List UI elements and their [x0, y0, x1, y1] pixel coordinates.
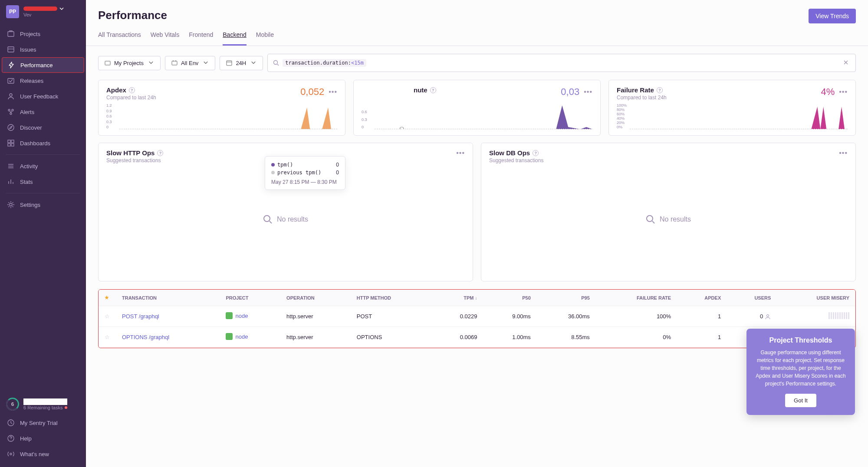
discover-icon: [7, 124, 15, 131]
sidebar-item-issues[interactable]: Issues: [0, 42, 86, 57]
info-icon[interactable]: ?: [657, 87, 663, 93]
sidebar-item-releases[interactable]: Releases: [0, 73, 86, 88]
project-filter[interactable]: My Projects: [98, 56, 161, 70]
card-subtitle: Compared to last 24h: [106, 95, 156, 101]
sidebar-item-trial[interactable]: My Sentry Trial: [0, 415, 86, 431]
chevron-down-icon: [203, 60, 209, 66]
org-subtitle: Vev: [23, 12, 80, 17]
card-title-tail: nute: [414, 86, 427, 94]
search-icon: [273, 60, 279, 66]
transaction-link[interactable]: OPTIONS /graphql: [122, 334, 169, 340]
svg-rect-0: [8, 32, 14, 36]
card-menu-icon[interactable]: •••: [584, 88, 592, 96]
card-menu-icon[interactable]: •••: [839, 88, 848, 96]
info-icon[interactable]: ?: [157, 150, 163, 156]
sidebar-label: Activity: [20, 163, 38, 170]
sidebar-label: Projects: [20, 31, 40, 37]
svg-point-23: [767, 314, 769, 317]
star-toggle[interactable]: ☆: [105, 313, 110, 320]
tab-frontend[interactable]: Frontend: [189, 31, 213, 46]
tab-web-vitals[interactable]: Web Vitals: [151, 31, 179, 46]
tab-backend[interactable]: Backend: [223, 31, 246, 46]
releases-icon: [7, 77, 15, 85]
card-menu-icon[interactable]: •••: [329, 88, 337, 96]
activity-icon: [7, 162, 15, 170]
fr-cell: 0%: [596, 327, 677, 348]
sidebar-item-projects[interactable]: Projects: [0, 26, 86, 42]
sidebar-item-help[interactable]: Help: [0, 431, 86, 446]
search-input[interactable]: transaction.duration:<15m: [267, 54, 856, 72]
misery-bars: [829, 312, 849, 319]
project-icon: [105, 60, 111, 66]
sidebar-item-whatsnew[interactable]: What's new: [0, 446, 86, 462]
col-apdex[interactable]: APDEX: [677, 290, 727, 306]
failure-rate-card: Failure Rate? Compared to last 24h 4% ••…: [608, 80, 856, 136]
col-users[interactable]: USERS: [727, 290, 777, 306]
got-it-button[interactable]: Got It: [785, 394, 816, 407]
info-icon[interactable]: ?: [430, 87, 436, 93]
p95-cell: 36.00ms: [537, 306, 596, 327]
no-results: No results: [489, 163, 848, 275]
sidebar-label: My Sentry Trial: [20, 420, 58, 426]
sidebar-item-activity[interactable]: Activity: [0, 158, 86, 174]
col-tpm[interactable]: TPM ↓: [432, 290, 483, 306]
col-operation[interactable]: OPERATION: [280, 290, 351, 306]
info-icon[interactable]: ?: [533, 150, 539, 156]
star-toggle[interactable]: ☆: [105, 334, 110, 340]
sidebar-item-stats[interactable]: Stats: [0, 174, 86, 189]
chevron-down-icon: [250, 60, 256, 66]
col-p50[interactable]: P50: [483, 290, 536, 306]
tpm-chart: [375, 103, 592, 129]
col-misery[interactable]: USER MISERY: [777, 290, 855, 306]
sidebar-item-alerts[interactable]: Alerts: [0, 104, 86, 120]
env-filter[interactable]: All Env: [165, 56, 215, 70]
sidebar-label: Alerts: [20, 109, 34, 115]
view-trends-button[interactable]: View Trends: [809, 9, 856, 23]
tpm-cell: 0.0229: [432, 306, 483, 327]
tick: 0: [106, 125, 112, 129]
sidebar-item-performance[interactable]: Performance: [2, 57, 84, 73]
performance-icon: [7, 61, 15, 69]
tab-bar: All Transactions Web Vitals Frontend Bac…: [86, 23, 868, 46]
clear-search-icon[interactable]: [842, 57, 850, 69]
col-p95[interactable]: P95: [537, 290, 596, 306]
sidebar: PP Vev Projects Issues Performance: [0, 0, 86, 467]
notify-dot-icon: [65, 406, 67, 409]
tick: 40%: [617, 116, 627, 121]
failure-chart: [630, 103, 848, 129]
project-badge[interactable]: node: [226, 333, 248, 340]
col-method[interactable]: HTTP METHOD: [351, 290, 432, 306]
info-icon[interactable]: ?: [129, 87, 135, 93]
tick: 20%: [617, 121, 627, 125]
tab-mobile[interactable]: Mobile: [256, 31, 274, 46]
col-failure-rate[interactable]: FAILURE RATE: [596, 290, 677, 306]
sidebar-item-dashboards[interactable]: Dashboards: [0, 135, 86, 151]
card-menu-icon[interactable]: •••: [839, 149, 848, 157]
tpm-cell: 0.0069: [432, 327, 483, 348]
svg-rect-10: [8, 144, 10, 146]
star-icon[interactable]: ★: [105, 295, 109, 300]
card-menu-icon[interactable]: •••: [456, 149, 465, 157]
svg-rect-11: [11, 144, 14, 146]
user-icon: [765, 314, 771, 320]
tab-all-transactions[interactable]: All Transactions: [98, 31, 141, 46]
sidebar-label: Performance: [20, 62, 53, 69]
sidebar-item-feedback[interactable]: User Feedback: [0, 88, 86, 104]
tick: 0.3: [106, 120, 112, 124]
sidebar-item-settings[interactable]: Settings: [0, 197, 86, 212]
quick-start[interactable]: 6 Quick Start 6 Remaining tasks: [0, 393, 86, 415]
org-switcher[interactable]: PP Vev: [0, 0, 86, 23]
filter-label: All Env: [181, 60, 198, 66]
org-name-redacted: [23, 7, 57, 11]
tick: 80%: [617, 108, 627, 112]
time-filter[interactable]: 24H: [220, 56, 263, 70]
transaction-link[interactable]: POST /graphql: [122, 313, 159, 320]
project-badge[interactable]: node: [226, 312, 248, 319]
issues-icon: [7, 46, 15, 53]
org-avatar: PP: [6, 5, 19, 18]
col-transaction[interactable]: TRANSACTION: [116, 290, 220, 306]
sidebar-item-discover[interactable]: Discover: [0, 120, 86, 135]
svg-rect-2: [8, 78, 14, 83]
col-project[interactable]: PROJECT: [220, 290, 280, 306]
apdex-card: Apdex? Compared to last 24h 0,052 ••• 1.…: [98, 80, 345, 136]
